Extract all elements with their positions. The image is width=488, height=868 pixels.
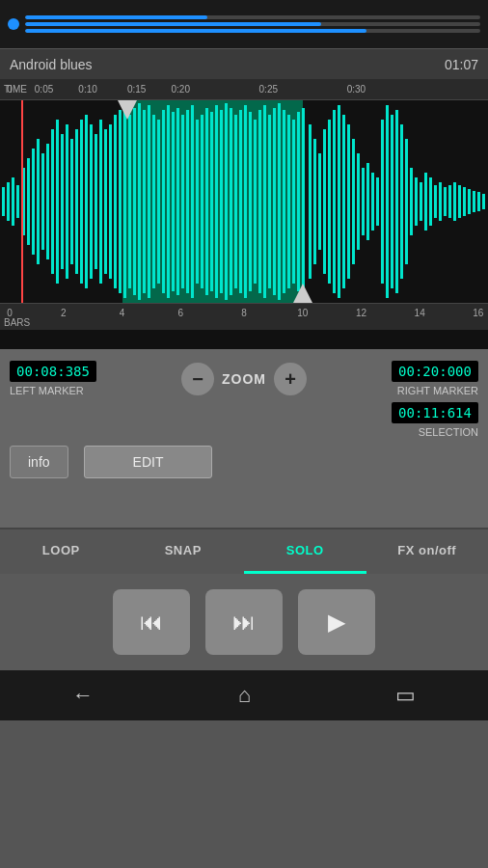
svg-rect-90 (434, 185, 437, 218)
tab-loop[interactable]: LOOP (0, 529, 122, 574)
track-title: Android blues (10, 57, 93, 72)
status-dot (8, 18, 19, 30)
svg-rect-28 (133, 108, 136, 295)
svg-rect-42 (201, 115, 203, 288)
right-marker-block: 00:20:000 RIGHT MARKER (392, 361, 478, 396)
progress-bar-3 (25, 29, 480, 33)
svg-rect-55 (263, 105, 266, 298)
svg-rect-61 (292, 120, 295, 284)
svg-rect-12 (56, 120, 59, 284)
svg-rect-23 (109, 124, 112, 279)
svg-rect-99 (477, 192, 480, 211)
zoom-block: − ZOOM + (181, 361, 307, 395)
info-button[interactable]: info (10, 446, 68, 478)
svg-rect-19 (90, 124, 93, 279)
svg-rect-2 (7, 182, 10, 221)
svg-rect-60 (287, 115, 290, 288)
time-tick-3: 0:15 (127, 84, 146, 95)
tab-snap[interactable]: SNAP (122, 529, 245, 574)
svg-rect-64 (309, 124, 312, 279)
tab-fx[interactable]: FX on/off (366, 529, 489, 574)
zoom-plus-button[interactable]: + (274, 363, 307, 395)
svg-rect-96 (463, 187, 466, 216)
svg-rect-69 (333, 110, 336, 293)
svg-rect-16 (75, 129, 78, 274)
back-nav-icon[interactable]: ← (72, 683, 94, 708)
progress-fill-2 (25, 22, 321, 26)
svg-rect-27 (128, 115, 131, 288)
waveform-container[interactable]: TIME 0 0:05 0:10 0:15 0:20 0:25 0:30 (0, 79, 488, 349)
svg-rect-75 (362, 168, 365, 235)
svg-rect-45 (215, 105, 218, 298)
svg-rect-56 (268, 115, 271, 288)
time-tick-1: 0:05 (35, 84, 53, 95)
waveform-area[interactable] (0, 100, 488, 303)
home-nav-icon[interactable]: ⌂ (238, 683, 251, 708)
svg-rect-59 (283, 110, 285, 293)
svg-rect-72 (347, 124, 350, 279)
svg-rect-48 (230, 108, 232, 295)
controls-row: 00:08:385 LEFT MARKER − ZOOM + 00:20:000… (10, 361, 478, 438)
svg-rect-46 (220, 110, 223, 293)
svg-rect-88 (424, 173, 427, 231)
svg-rect-11 (51, 129, 54, 274)
svg-rect-87 (420, 182, 422, 221)
right-marker-triangle[interactable] (293, 284, 312, 303)
svg-rect-68 (328, 120, 331, 284)
bar-tick-2: 4 (120, 308, 125, 318)
svg-rect-57 (273, 108, 276, 295)
bar-tick-5: 10 (297, 308, 308, 318)
left-marker-label: LEFT MARKER (10, 385, 84, 396)
svg-rect-36 (172, 112, 175, 291)
play-button[interactable]: ▶ (298, 589, 375, 655)
bars-ruler-label: BARS (4, 317, 30, 328)
right-marker-label: RIGHT MARKER (397, 385, 478, 396)
svg-rect-29 (138, 103, 141, 300)
svg-rect-34 (162, 110, 165, 293)
status-bar (0, 0, 488, 48)
playhead-line (21, 100, 23, 303)
edit-button[interactable]: EDIT (84, 446, 213, 478)
track-duration: 01:07 (445, 57, 478, 72)
svg-rect-93 (448, 185, 451, 218)
svg-rect-22 (104, 129, 107, 274)
svg-rect-30 (143, 110, 146, 293)
bar-tick-3: 6 (177, 308, 183, 318)
left-marker-block: 00:08:385 LEFT MARKER (10, 361, 96, 396)
prev-button[interactable]: ⏮ (113, 589, 190, 655)
selection-label: SELECTION (419, 426, 478, 438)
svg-rect-52 (249, 112, 252, 291)
right-marker-time: 00:20:000 (392, 361, 478, 382)
svg-rect-95 (458, 185, 461, 218)
recent-nav-icon[interactable]: ▭ (395, 683, 416, 708)
left-marker-time: 00:08:385 (10, 361, 96, 382)
tab-solo[interactable]: SOLO (244, 529, 366, 574)
svg-rect-67 (323, 129, 326, 274)
svg-rect-17 (80, 120, 83, 284)
svg-rect-76 (366, 163, 369, 240)
svg-rect-38 (181, 115, 184, 288)
svg-rect-97 (468, 189, 471, 214)
svg-rect-1 (2, 187, 5, 216)
svg-rect-82 (395, 110, 398, 293)
prev-icon: ⏮ (140, 609, 163, 636)
svg-rect-86 (415, 177, 418, 226)
zoom-minus-button[interactable]: − (181, 363, 214, 395)
svg-rect-70 (338, 105, 340, 298)
svg-rect-62 (297, 112, 300, 291)
svg-rect-58 (278, 103, 281, 300)
svg-rect-77 (371, 173, 374, 231)
time-tick-5: 0:25 (259, 84, 278, 95)
svg-rect-53 (254, 120, 257, 284)
next-button[interactable]: ⏭ (205, 589, 283, 655)
svg-rect-7 (32, 149, 35, 255)
zoom-label: ZOOM (222, 371, 266, 387)
svg-rect-50 (239, 110, 242, 293)
progress-fill-3 (25, 29, 366, 33)
svg-rect-78 (376, 177, 379, 226)
progress-bar-2 (25, 22, 480, 26)
svg-rect-39 (186, 110, 189, 293)
svg-rect-92 (444, 187, 447, 216)
svg-rect-80 (386, 105, 389, 298)
left-marker-triangle[interactable] (118, 100, 137, 120)
